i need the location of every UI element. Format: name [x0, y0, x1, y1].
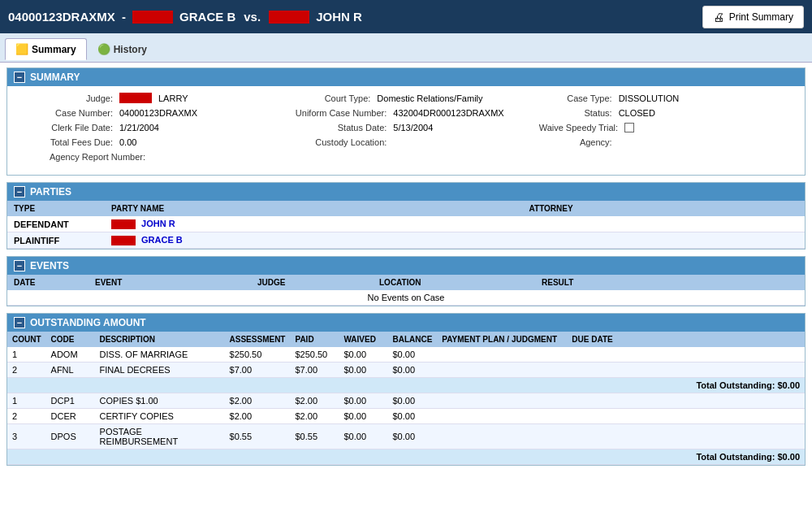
case-title: 04000123DRAXMX - GRACE B vs. JOHN R [8, 10, 362, 24]
total-fees-field: Total Fees Due: 0.00 [24, 137, 273, 147]
oa-desc: FINAL DECREES [95, 363, 225, 378]
outstanding-section-header: − OUTSTANDING AMOUNT [7, 314, 805, 332]
status-label: Status: [539, 108, 612, 118]
agency-report-field: Agency Report Number: [24, 152, 276, 162]
oa-due [567, 409, 805, 424]
events-header-row: DATE EVENT JUDGE LOCATION RESULT [7, 275, 805, 290]
oa-count: 3 [7, 424, 46, 449]
main-content: − SUMMARY Judge: LARRY Court Type: Domes… [0, 63, 812, 508]
no-events-message: No Events on Case [7, 290, 805, 306]
party-type: DEFENDANT [7, 216, 105, 232]
events-col-judge: JUDGE [251, 275, 373, 290]
tab-history[interactable]: 🟢 History [87, 38, 158, 60]
oa-ppj [437, 363, 567, 378]
oa-col-duedate: DUE DATE [567, 332, 805, 347]
party-name-cell: JOHN R [105, 216, 523, 232]
separator: - [119, 10, 129, 24]
case-id: 04000123DRAXMX [8, 10, 115, 24]
oa-waived: $0.00 [339, 347, 387, 363]
summary-section-header: − SUMMARY [7, 68, 805, 86]
oa-total-row-1: Total Outstanding: $0.00 [7, 378, 805, 393]
oa-due [567, 363, 805, 378]
oa-ppj [437, 393, 567, 409]
events-section: − EVENTS DATE EVENT JUDGE LOCATION RESUL… [6, 256, 806, 306]
tab-summary[interactable]: 🟨 Summary [5, 38, 87, 60]
oa-assessment: $7.00 [225, 363, 291, 378]
outstanding-collapse-icon[interactable]: − [14, 317, 25, 328]
oa-row: 3 DPOS POSTAGE REIMBURSEMENT $0.55 $0.55… [7, 424, 805, 449]
history-tab-label: History [114, 44, 147, 55]
custody-label: Custody Location: [281, 137, 387, 147]
parties-col-name: PARTY NAME [105, 201, 523, 216]
waive-speedy-checkbox[interactable] [624, 123, 634, 132]
oa-assessment: $2.00 [225, 393, 291, 409]
judge-redacted [119, 93, 152, 103]
status-field: Status: CLOSED [539, 108, 788, 118]
oa-paid: $2.00 [290, 409, 339, 424]
case-type-label: Case Type: [539, 93, 612, 103]
oa-assessment: $0.55 [225, 424, 291, 449]
events-table: DATE EVENT JUDGE LOCATION RESULT No Even… [7, 275, 805, 306]
status-date-label: Status Date: [281, 123, 387, 132]
parties-section-header: − PARTIES [7, 183, 805, 201]
oa-row: 1 DCP1 COPIES $1.00 $2.00 $2.00 $0.00 $0… [7, 393, 805, 409]
summary-section: − SUMMARY Judge: LARRY Court Type: Domes… [6, 67, 806, 176]
summary-collapse-icon[interactable]: − [14, 72, 25, 83]
oa-balance: $0.00 [387, 424, 437, 449]
events-col-date: DATE [7, 275, 89, 290]
status-date-value: 5/13/2004 [393, 123, 433, 132]
status-date-field: Status Date: 5/13/2004 [281, 123, 530, 132]
oa-col-paid: PAID [290, 332, 339, 347]
clerk-file-value: 1/21/2004 [119, 123, 159, 132]
oa-due [567, 347, 805, 363]
oa-col-code: CODE [46, 332, 95, 347]
vs-label: vs. [244, 10, 261, 24]
print-button-label: Print Summary [729, 11, 793, 23]
oa-count: 1 [7, 347, 46, 363]
custody-field: Custody Location: [281, 137, 530, 147]
oa-desc: COPIES $1.00 [95, 393, 225, 409]
parties-title: PARTIES [30, 186, 71, 198]
print-summary-button[interactable]: 🖨 Print Summary [702, 6, 804, 28]
agency-report-label: Agency Report Number: [24, 152, 145, 162]
outstanding-title: OUTSTANDING AMOUNT [30, 317, 146, 328]
parties-table: TYPE PARTY NAME ATTORNEY DEFENDANT JOHN … [7, 201, 805, 249]
court-type-value: Domestic Relations/Family [377, 93, 482, 103]
clerk-file-field: Clerk File Date: 1/21/2004 [24, 123, 273, 132]
oa-code: DCER [46, 409, 95, 424]
oa-due [567, 424, 805, 449]
events-col-result: RESULT [535, 275, 805, 290]
summary-title: SUMMARY [30, 72, 80, 83]
events-collapse-icon[interactable]: − [14, 260, 25, 271]
oa-col-balance: BALANCE [387, 332, 437, 347]
oa-ppj [437, 409, 567, 424]
outstanding-section: − OUTSTANDING AMOUNT COUNT CODE DESCRIPT… [6, 313, 806, 466]
status-value: CLOSED [619, 108, 655, 118]
case-type-field: Case Type: DISSOLUTION [539, 93, 788, 103]
oa-code: DCP1 [46, 393, 95, 409]
oa-col-assessment: ASSESSMENT [225, 332, 291, 347]
party-name-cell: GRACE B [105, 232, 523, 249]
oa-balance: $0.00 [387, 347, 437, 363]
oa-waived: $0.00 [339, 363, 387, 378]
oa-waived: $0.00 [339, 409, 387, 424]
oa-balance: $0.00 [387, 409, 437, 424]
oa-col-desc: DESCRIPTION [95, 332, 225, 347]
events-section-header: − EVENTS [7, 257, 805, 275]
events-col-location: LOCATION [373, 275, 535, 290]
oa-desc: DISS. OF MARRIAGE [95, 347, 225, 363]
party-attorney [523, 232, 805, 249]
history-tab-icon: 🟢 [97, 43, 110, 55]
judge-field: Judge: LARRY [24, 93, 273, 103]
parties-section: − PARTIES TYPE PARTY NAME ATTORNEY DEFEN… [6, 182, 806, 250]
case-number-label: Case Number: [24, 108, 113, 118]
tab-bar: 🟨 Summary 🟢 History [0, 33, 812, 63]
parties-collapse-icon[interactable]: − [14, 186, 25, 198]
oa-assessment: $2.00 [225, 409, 291, 424]
party2-redacted [269, 11, 309, 24]
judge-value: LARRY [158, 93, 188, 103]
oa-waived: $0.00 [339, 393, 387, 409]
outstanding-table: COUNT CODE DESCRIPTION ASSESSMENT PAID W… [7, 332, 805, 465]
waive-speedy-label: Waive Speedy Trial: [539, 123, 618, 132]
oa-paid: $250.50 [290, 347, 339, 363]
